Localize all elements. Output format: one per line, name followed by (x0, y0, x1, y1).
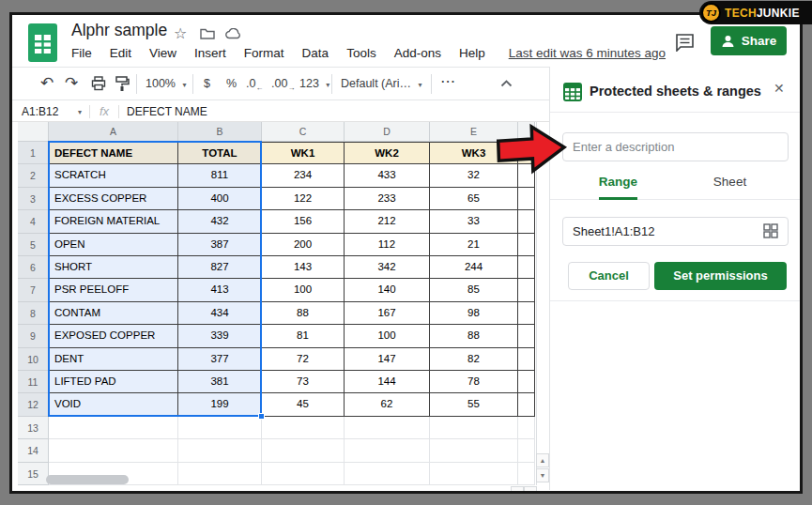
cell[interactable]: 112 (345, 234, 430, 256)
cell[interactable] (518, 234, 535, 256)
cell[interactable] (345, 463, 430, 485)
cell[interactable]: 234 (262, 164, 345, 187)
cell[interactable]: 233 (345, 188, 430, 210)
row-header[interactable]: 6 (18, 256, 49, 279)
star-icon[interactable]: ☆ (174, 24, 187, 42)
cell[interactable] (518, 325, 535, 347)
cell[interactable]: VOID (49, 393, 178, 416)
menu-item-addons[interactable]: Add-ons (394, 46, 441, 60)
name-box[interactable]: A1:B12 (22, 105, 58, 118)
cell[interactable] (262, 417, 345, 439)
cell[interactable]: 100 (345, 325, 430, 347)
cell[interactable]: 73 (262, 371, 345, 393)
menu-item-insert[interactable]: Insert (194, 46, 226, 60)
cell[interactable]: 72 (262, 348, 345, 371)
cell[interactable]: 98 (430, 302, 518, 325)
column-header[interactable]: B (178, 122, 262, 142)
cell[interactable] (430, 417, 518, 439)
cell[interactable]: 88 (262, 302, 345, 325)
cell[interactable]: 88 (430, 325, 518, 347)
row-header[interactable]: 2 (18, 164, 49, 187)
row-header[interactable]: 12 (18, 393, 49, 416)
menu-item-format[interactable]: Format (244, 46, 284, 60)
cell[interactable] (518, 463, 535, 485)
cell[interactable]: 85 (430, 279, 518, 301)
cell[interactable]: 21 (430, 234, 518, 256)
cell[interactable] (262, 463, 345, 485)
column-header[interactable]: D (345, 122, 430, 142)
chevron-down-icon[interactable]: ▾ (78, 108, 82, 116)
cell[interactable] (518, 371, 535, 393)
selection-fill-handle[interactable] (258, 413, 265, 420)
cell[interactable]: 147 (345, 348, 430, 371)
vertical-scrollbar[interactable]: ▲ ▼ (536, 122, 549, 485)
cell[interactable]: WK1 (262, 142, 345, 164)
cell[interactable]: 62 (345, 393, 430, 416)
cell[interactable] (518, 279, 535, 301)
cell[interactable] (49, 417, 178, 439)
cloud-status-icon[interactable] (225, 28, 242, 39)
scroll-right-icon[interactable]: ▸ (524, 486, 537, 494)
cell[interactable] (518, 188, 535, 210)
menu-item-tools[interactable]: Tools (346, 46, 376, 60)
cell[interactable] (178, 463, 262, 485)
cell[interactable]: 212 (345, 210, 430, 233)
redo-icon[interactable]: ↷ (65, 73, 78, 93)
cell[interactable]: EXCESS COPPER (49, 188, 178, 210)
formula-input[interactable]: DEFECT NAME (127, 105, 207, 118)
tab-sheet[interactable]: Sheet (674, 175, 786, 189)
menu-item-help[interactable]: Help (459, 46, 485, 60)
cell[interactable] (518, 439, 535, 462)
cell[interactable]: 244 (430, 256, 518, 279)
cell[interactable] (518, 417, 535, 439)
cell[interactable]: 432 (178, 210, 262, 233)
collapse-toolbar-icon[interactable] (500, 80, 513, 87)
scroll-up-icon[interactable]: ▲ (536, 453, 549, 467)
column-header[interactable]: C (262, 122, 345, 142)
cell[interactable]: 144 (345, 371, 430, 393)
row-header[interactable]: 15 (18, 463, 49, 485)
cell[interactable]: 55 (430, 393, 518, 416)
decrease-decimal-button[interactable]: .0← (246, 77, 263, 92)
cell[interactable] (345, 439, 430, 462)
cell[interactable]: OPEN (49, 234, 178, 256)
font-select[interactable]: Default (Ari… ▾ (341, 77, 422, 90)
cell[interactable]: 100 (262, 279, 345, 301)
horizontal-scrollbar-thumb[interactable] (46, 475, 129, 484)
google-sheets-logo[interactable] (28, 23, 57, 62)
range-input[interactable] (562, 217, 789, 246)
row-header[interactable]: 5 (18, 234, 49, 256)
cell[interactable] (262, 439, 345, 462)
cell[interactable] (178, 439, 262, 462)
cell[interactable]: 122 (262, 188, 345, 210)
cell[interactable] (178, 417, 262, 439)
row-header[interactable]: 7 (18, 279, 49, 301)
row-header[interactable]: 11 (18, 371, 49, 393)
cell[interactable]: 400 (178, 188, 262, 210)
cell[interactable]: LIFTED PAD (49, 371, 178, 393)
cell[interactable]: SHORT (49, 256, 178, 279)
move-folder-icon[interactable] (200, 27, 215, 39)
increase-decimal-button[interactable]: .00→ (271, 77, 295, 92)
cell[interactable]: PSR PEELOFF (49, 279, 178, 301)
cell[interactable]: 434 (178, 302, 262, 325)
cell[interactable]: FOREIGN MATERIAL (49, 210, 178, 233)
cell[interactable]: 827 (178, 256, 262, 279)
cell[interactable]: 433 (345, 164, 430, 187)
cell[interactable]: 140 (345, 279, 430, 301)
cell[interactable]: CONTAM (49, 302, 178, 325)
cell[interactable]: 82 (430, 348, 518, 371)
format-currency-button[interactable]: $ (204, 77, 210, 90)
row-header[interactable]: 13 (18, 417, 49, 439)
cell[interactable]: 381 (178, 371, 262, 393)
cell[interactable]: 45 (262, 393, 345, 416)
more-toolbar-button[interactable]: ⋯ (440, 72, 455, 90)
cell[interactable] (518, 393, 535, 416)
cell[interactable]: 156 (262, 210, 345, 233)
document-title[interactable]: Alphr sample (71, 21, 167, 40)
paint-format-icon[interactable] (115, 76, 130, 92)
menu-item-data[interactable]: Data (302, 46, 329, 60)
set-permissions-button[interactable]: Set permissions (654, 262, 787, 290)
cancel-button[interactable]: Cancel (568, 262, 650, 290)
cell[interactable] (345, 417, 430, 439)
